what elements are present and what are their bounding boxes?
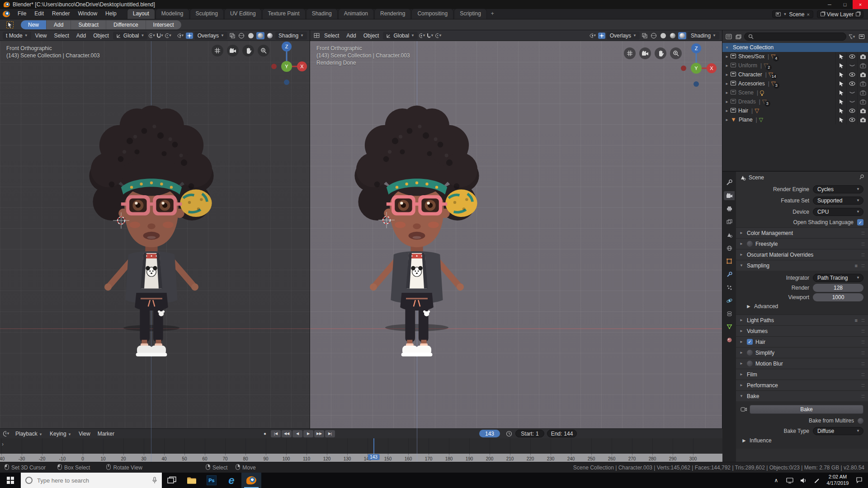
show-gizmo-toggle[interactable] [186, 33, 193, 39]
difference-button[interactable]: Difference [106, 20, 146, 29]
shading-mode-matcap[interactable] [256, 32, 264, 39]
drag-handle-icon[interactable]: :::: [861, 252, 864, 257]
integrator-dropdown[interactable]: Path Tracing▼ [813, 274, 863, 282]
taskbar-app-photoshop[interactable]: Ps [202, 473, 222, 488]
section-header-oscurart-material-overrides[interactable]: ►Oscurart Material Overrides:::: [736, 249, 868, 260]
bake-button[interactable]: Bake [750, 405, 863, 414]
properties-tab-output[interactable] [724, 204, 735, 213]
render-visibility-toggle[interactable] [857, 79, 868, 88]
action-center-icon[interactable] [852, 473, 868, 488]
navigation-gizmo[interactable] [680, 41, 718, 88]
frame-start-field[interactable]: Start:1 [515, 430, 544, 437]
add-workspace-button[interactable]: + [487, 9, 498, 19]
timeline-expand-arrow[interactable]: › [2, 441, 4, 447]
pan-view-icon[interactable] [242, 45, 254, 56]
snap-toggle[interactable]: ▼ [427, 33, 434, 39]
outliner-row-plane[interactable]: ►▼Plane|▽ [722, 115, 868, 124]
render-visibility-toggle[interactable] [857, 115, 868, 124]
expand-icon[interactable]: ► [725, 73, 731, 77]
character-render[interactable] [352, 105, 482, 358]
expand-icon[interactable]: ► [740, 231, 744, 235]
timeline-menu-view[interactable]: View [75, 430, 94, 438]
section-header-film[interactable]: ►Film:::: [736, 369, 868, 380]
properties-tab-world[interactable] [724, 244, 735, 253]
shading-dropdown[interactable]: Shading▼ [275, 32, 307, 40]
display-mode-icon[interactable] [735, 33, 742, 40]
navigation-gizmo[interactable] [270, 39, 308, 86]
expand-icon[interactable]: ► [740, 318, 744, 322]
viewport-menu-object[interactable]: Object [90, 32, 112, 40]
device-dropdown[interactable]: CPU▼ [813, 208, 863, 216]
selectable-toggle[interactable] [835, 88, 846, 97]
expand-icon[interactable]: ► [740, 361, 744, 366]
workspace-tab-uv-editing[interactable]: UV Editing [224, 9, 262, 19]
shading-mode-wire[interactable] [237, 32, 245, 39]
expand-icon[interactable]: ► [741, 437, 747, 444]
new-collection-icon[interactable] [858, 33, 865, 40]
shading-mode-solid[interactable] [247, 32, 255, 39]
active-tool-cursor-icon[interactable] [6, 21, 13, 28]
expand-icon[interactable]: ► [725, 91, 731, 95]
toggle-grid-icon[interactable] [624, 47, 636, 59]
expand-icon[interactable]: ► [740, 372, 744, 376]
section-header-freestyle[interactable]: ►Freestyle:::: [736, 239, 868, 249]
current-frame-field[interactable]: 143 [479, 430, 500, 437]
viewport-right[interactable]: SelectAddObjectGlobal▼▼▼▼▼Overlays▼Shadi… [310, 30, 722, 462]
expand-icon[interactable]: ► [725, 100, 731, 104]
xray-toggle[interactable] [641, 33, 648, 39]
subtract-button[interactable]: Subtract [71, 20, 106, 29]
viewport-samples-field[interactable]: 1000 [813, 293, 863, 301]
drag-handle-icon[interactable]: :::: [861, 263, 864, 268]
shading-mode-solid[interactable] [659, 32, 667, 39]
visibility-toggle[interactable] [846, 70, 857, 79]
section-header-sampling[interactable]: ▼Sampling≡:::: [736, 260, 868, 271]
new-view-layer-icon[interactable] [856, 12, 860, 16]
drag-handle-icon[interactable]: :::: [861, 230, 864, 235]
properties-tab-physics[interactable] [724, 296, 735, 305]
scene-selector[interactable]: ▼ Scene × [772, 10, 813, 18]
menu-edit[interactable]: Edit [30, 9, 48, 19]
workspace-tab-rendering[interactable]: Rendering [374, 9, 411, 19]
intersect-button[interactable]: Intersect [146, 20, 181, 29]
search-input[interactable] [36, 477, 136, 484]
section-checkbox[interactable] [747, 350, 753, 356]
workspace-tab-texture-paint[interactable]: Texture Paint [262, 9, 306, 19]
viewport-menu-add[interactable]: Add [73, 32, 89, 40]
selectable-toggle[interactable] [835, 79, 846, 88]
influence-subsection[interactable]: ►Influence [736, 436, 868, 445]
preview-range-clock-icon[interactable] [505, 431, 513, 437]
bake-type-dropdown[interactable]: Diffuse▼ [813, 427, 863, 435]
taskbar-app-blender[interactable] [241, 473, 261, 488]
workspace-tab-animation[interactable]: Animation [338, 9, 374, 19]
viewport-left[interactable]: t Mode▼ViewSelectAddObjectGlobal▼▼▼▼▼Ove… [0, 30, 310, 462]
section-header-hair[interactable]: ►✓Hair:::: [736, 337, 868, 347]
viewport-menu-select[interactable]: Select [321, 32, 342, 40]
viewport-menu-add[interactable]: Add [343, 32, 359, 40]
pivot-point-dropdown[interactable]: ▼ [148, 33, 156, 39]
selectable-toggle[interactable] [835, 115, 846, 124]
workspace-tab-sculpting[interactable]: Sculpting [190, 9, 224, 19]
pivot-point-dropdown[interactable]: ▼ [419, 33, 426, 39]
properties-tab-material[interactable] [724, 335, 735, 344]
playhead-line[interactable] [373, 438, 374, 454]
visibility-toggle[interactable] [846, 115, 857, 124]
osl-checkbox[interactable]: ✓ [857, 219, 863, 225]
visibility-toggle[interactable] [846, 52, 857, 61]
presets-icon[interactable]: ≡ [854, 263, 857, 268]
cursor-3d[interactable] [113, 212, 129, 229]
visibility-toggle[interactable] [846, 88, 857, 97]
viewport-menu-view[interactable]: View [32, 32, 50, 40]
section-header-simplify[interactable]: ►Simplify:::: [736, 347, 868, 358]
shading-mode-wire[interactable] [650, 32, 658, 39]
visibility-toggle[interactable] [846, 97, 857, 106]
taskbar-clock[interactable]: 2:02 AM 4/17/2019 [824, 474, 852, 487]
object-visibility-dropdown[interactable]: ▼ [177, 33, 184, 39]
outliner-row-uniform[interactable]: ►Uniform|▽2 [722, 61, 868, 70]
camera-view-icon[interactable] [227, 45, 239, 56]
jump-to-end-button[interactable]: ▶| [325, 430, 335, 437]
proportional-editing-dropdown[interactable]: ▼ [435, 33, 442, 39]
frame-end-field[interactable]: End:144 [547, 430, 577, 437]
shading-mode-rendered[interactable] [678, 32, 686, 39]
toggle-grid-icon[interactable] [212, 45, 223, 56]
drag-handle-icon[interactable]: :::: [861, 372, 864, 377]
